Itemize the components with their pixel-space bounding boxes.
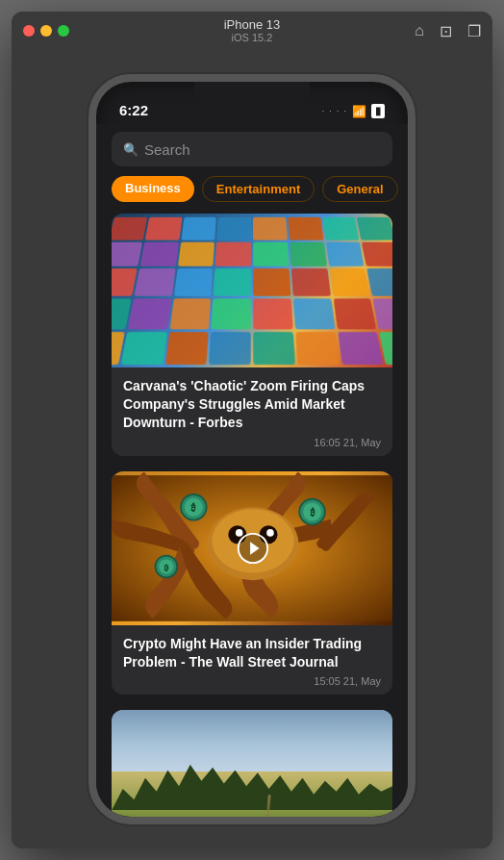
news-meta-2: 15:05 21, May <box>123 675 381 687</box>
search-bar[interactable]: 🔍 Search <box>112 132 392 166</box>
status-icons: · · · · 📶 ▮ <box>322 104 385 118</box>
maximize-button[interactable] <box>58 25 69 37</box>
news-feed: Carvana's 'Chaotic' Zoom Firing Caps Com… <box>96 214 408 817</box>
window-title: iPhone 13 iOS 15.2 <box>224 17 281 45</box>
field-scene <box>112 710 392 817</box>
minimize-button[interactable] <box>40 25 52 37</box>
close-button[interactable] <box>23 25 35 37</box>
news-caption-1: Carvana's 'Chaotic' Zoom Firing Caps Com… <box>112 367 392 456</box>
news-image-3 <box>112 710 392 817</box>
home-icon[interactable]: ⌂ <box>415 22 424 40</box>
phone-frame: 6:22 · · · · 📶 ▮ 🔍 Search <box>88 74 416 824</box>
copy-icon[interactable]: ❐ <box>467 22 481 40</box>
news-card-1[interactable]: Carvana's 'Chaotic' Zoom Firing Caps Com… <box>112 214 392 456</box>
window-toolbar: ⌂ ⊡ ❐ <box>415 22 481 40</box>
news-caption-2: Crypto Might Have an Insider Trading Pro… <box>112 625 392 696</box>
svg-point-6 <box>266 529 274 537</box>
news-image-2: ₿ ₿ ₿ <box>112 471 392 625</box>
battery-icon: ▮ <box>371 104 385 118</box>
news-meta-1: 16:05 21, May <box>123 437 381 448</box>
phone-notch <box>194 82 310 107</box>
signal-icon: · · · · <box>322 106 347 116</box>
news-title-1: Carvana's 'Chaotic' Zoom Firing Caps Com… <box>123 377 381 432</box>
category-tabs: Business Entertainment General <box>96 176 408 214</box>
news-title-2: Crypto Might Have an Insider Trading Pro… <box>123 635 381 671</box>
tab-entertainment[interactable]: Entertainment <box>202 176 315 202</box>
status-time: 6:22 <box>119 102 148 118</box>
octopus-illustration: ₿ ₿ ₿ <box>112 471 392 625</box>
tab-general[interactable]: General <box>322 176 397 202</box>
mac-window: iPhone 13 iOS 15.2 ⌂ ⊡ ❐ 6:22 · · · · 📶 … <box>12 12 492 848</box>
car-grid <box>112 214 392 367</box>
wifi-icon: 📶 <box>352 105 366 118</box>
phone-container: 6:22 · · · · 📶 ▮ 🔍 Search <box>12 50 492 848</box>
news-image-1 <box>112 214 392 367</box>
tab-business[interactable]: Business <box>112 176 194 202</box>
camera-icon[interactable]: ⊡ <box>440 22 452 40</box>
phone-screen[interactable]: 🔍 Search Business Entertainment General <box>96 124 408 817</box>
search-placeholder: Search <box>144 141 190 158</box>
search-icon: 🔍 <box>123 142 139 157</box>
traffic-lights <box>23 25 69 37</box>
news-card-2[interactable]: ₿ ₿ ₿ <box>112 471 392 696</box>
news-card-3[interactable]: Can meat-free nuggets challenge chicken … <box>112 710 392 817</box>
search-container: 🔍 Search <box>96 124 408 176</box>
mac-titlebar: iPhone 13 iOS 15.2 ⌂ ⊡ ❐ <box>12 12 492 50</box>
svg-point-5 <box>236 529 243 537</box>
